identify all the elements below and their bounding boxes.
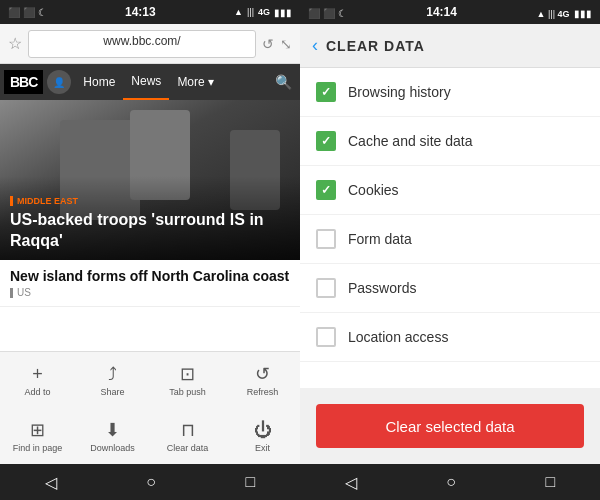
category-bar-icon xyxy=(10,196,13,206)
nav-search-icon[interactable]: 🔍 xyxy=(267,74,300,90)
toolbar-clear-data[interactable]: ⊓ Clear data xyxy=(150,408,225,464)
option-location-access[interactable]: Location access xyxy=(300,313,600,362)
option-cookies[interactable]: ✓ Cookies xyxy=(300,166,600,215)
toolbar-refresh-label: Refresh xyxy=(247,387,279,397)
exit-icon: ⏻ xyxy=(254,420,272,441)
clear-data-options: ✓ Browsing history ✓ Cache and site data… xyxy=(300,68,600,388)
share-icon: ⤴ xyxy=(108,364,117,385)
bottom-toolbar: + Add to ⤴ Share ⊡ Tab push ↺ Refresh ⊞ … xyxy=(0,351,300,464)
downloads-label: Downloads xyxy=(90,443,135,453)
toolbar-add-to[interactable]: + Add to xyxy=(0,352,75,408)
network-type-icon: 4G xyxy=(258,7,270,17)
checkbox-location-access[interactable] xyxy=(316,327,336,347)
location-access-label: Location access xyxy=(348,329,448,345)
checkmark-icon: ✓ xyxy=(321,85,331,99)
clear-data-header: ‹ CLEAR DATA xyxy=(300,24,600,68)
hero-headline: US-backed troops 'surround IS in Raqqa' xyxy=(10,210,290,252)
toolbar-exit[interactable]: ⏻ Exit xyxy=(225,408,300,464)
right-notification-icons: ⬛ ⬛ ☾ xyxy=(308,8,347,19)
right-battery-icon: ▮▮▮ xyxy=(574,8,592,19)
checkbox-form-data[interactable] xyxy=(316,229,336,249)
signal-bars-icon: ||| xyxy=(247,7,254,17)
clear-data-label: Clear data xyxy=(167,443,209,453)
checkmark-icon-2: ✓ xyxy=(321,134,331,148)
left-status-right: ▲ ||| 4G ▮▮▮ xyxy=(234,7,292,18)
exit-label: Exit xyxy=(255,443,270,453)
checkmark-icon-3: ✓ xyxy=(321,183,331,197)
checkbox-browsing-history[interactable]: ✓ xyxy=(316,82,336,102)
browser-nav-bar: BBC 👤 Home News More ▾ 🔍 xyxy=(0,64,300,100)
left-status-left: ⬛ ⬛ ☾ xyxy=(8,7,47,18)
bbc-account-icon[interactable]: 👤 xyxy=(47,70,71,94)
clear-button-container: Clear selected data xyxy=(300,388,600,464)
option-cache-site-data[interactable]: ✓ Cache and site data xyxy=(300,117,600,166)
add-to-label: Add to xyxy=(24,387,50,397)
clear-selected-data-button[interactable]: Clear selected data xyxy=(316,404,584,448)
toolbar-tab-push[interactable]: ⊡ Tab push xyxy=(150,352,225,408)
right-status-bar: ⬛ ⬛ ☾ 14:14 ▲ ||| 4G ▮▮▮ xyxy=(300,0,600,24)
right-status-right: ▲ ||| 4G ▮▮▮ xyxy=(537,3,592,21)
bbc-logo: BBC xyxy=(4,70,43,94)
right-bottom-nav: ◁ ○ □ xyxy=(300,464,600,500)
option-browsing-history[interactable]: ✓ Browsing history xyxy=(300,68,600,117)
toolbar-row-1: + Add to ⤴ Share ⊡ Tab push ↺ Refresh xyxy=(0,352,300,408)
tabs-icon[interactable]: ⤡ xyxy=(280,36,292,52)
toolbar-share[interactable]: ⤴ Share xyxy=(75,352,150,408)
back-button[interactable]: ◁ xyxy=(45,473,57,492)
home-button[interactable]: ○ xyxy=(146,473,156,491)
clear-data-title: CLEAR DATA xyxy=(326,38,425,54)
recents-button[interactable]: □ xyxy=(246,473,256,491)
battery-icon: ▮▮▮ xyxy=(274,7,292,18)
downloads-icon: ⬇ xyxy=(105,419,120,441)
nav-item-home[interactable]: Home xyxy=(75,64,123,100)
cache-site-data-label: Cache and site data xyxy=(348,133,473,149)
nav-item-news[interactable]: News xyxy=(123,64,169,100)
back-arrow-icon[interactable]: ‹ xyxy=(312,35,318,56)
find-in-page-label: Find in page xyxy=(13,443,63,453)
option-passwords[interactable]: Passwords xyxy=(300,264,600,313)
bookmark-icon[interactable]: ☆ xyxy=(8,34,22,53)
right-home-button[interactable]: ○ xyxy=(446,473,456,491)
form-data-label: Form data xyxy=(348,231,412,247)
url-display[interactable]: www.bbc.com/ xyxy=(28,30,256,58)
toolbar-refresh[interactable]: ↺ Refresh xyxy=(225,352,300,408)
left-status-bar: ⬛ ⬛ ☾ 14:13 ▲ ||| 4G ▮▮▮ xyxy=(0,0,300,24)
nav-item-more[interactable]: More ▾ xyxy=(169,64,222,100)
hero-overlay: MIDDLE EAST US-backed troops 'surround I… xyxy=(0,176,300,260)
right-time: 14:14 xyxy=(426,5,457,19)
right-back-button[interactable]: ◁ xyxy=(345,473,357,492)
cookies-label: Cookies xyxy=(348,182,399,198)
checkbox-cookies[interactable]: ✓ xyxy=(316,180,336,200)
tab-push-label: Tab push xyxy=(169,387,206,397)
meta-bar-icon xyxy=(10,288,13,298)
toolbar-find-in-page[interactable]: ⊞ Find in page xyxy=(0,408,75,464)
left-panel: ⬛ ⬛ ☾ 14:13 ▲ ||| 4G ▮▮▮ ☆ www.bbc.com/ … xyxy=(0,0,300,500)
toolbar-downloads[interactable]: ⬇ Downloads xyxy=(75,408,150,464)
right-recents-button[interactable]: □ xyxy=(546,473,556,491)
find-in-page-icon: ⊞ xyxy=(30,419,45,441)
address-bar: ☆ www.bbc.com/ ↺ ⤡ xyxy=(0,24,300,64)
right-network-icon: 4G xyxy=(558,9,570,19)
share-label: Share xyxy=(100,387,124,397)
hero-category: MIDDLE EAST xyxy=(10,196,290,206)
tab-push-icon: ⊡ xyxy=(180,363,195,385)
right-signal-icon: ▲ ||| xyxy=(537,9,558,19)
option-form-data[interactable]: Form data xyxy=(300,215,600,264)
checkbox-cache-site-data[interactable]: ✓ xyxy=(316,131,336,151)
passwords-label: Passwords xyxy=(348,280,416,296)
article-item[interactable]: New island forms off North Carolina coas… xyxy=(0,260,300,307)
toolbar-row-2: ⊞ Find in page ⬇ Downloads ⊓ Clear data … xyxy=(0,408,300,464)
article-category: US xyxy=(17,287,31,298)
right-status-left: ⬛ ⬛ ☾ xyxy=(308,3,347,21)
notification-icons: ⬛ ⬛ ☾ xyxy=(8,7,47,18)
article-title: New island forms off North Carolina coas… xyxy=(10,268,290,284)
hero-image[interactable]: MIDDLE EAST US-backed troops 'surround I… xyxy=(0,100,300,260)
left-bottom-nav: ◁ ○ □ xyxy=(0,464,300,500)
checkbox-passwords[interactable] xyxy=(316,278,336,298)
add-to-icon: + xyxy=(32,364,43,385)
right-panel: ⬛ ⬛ ☾ 14:14 ▲ ||| 4G ▮▮▮ ‹ CLEAR DATA ✓ … xyxy=(300,0,600,500)
refresh-icon[interactable]: ↺ xyxy=(262,36,274,52)
browsing-history-label: Browsing history xyxy=(348,84,451,100)
clear-data-icon: ⊓ xyxy=(181,419,195,441)
signal-icon: ▲ xyxy=(234,7,243,17)
